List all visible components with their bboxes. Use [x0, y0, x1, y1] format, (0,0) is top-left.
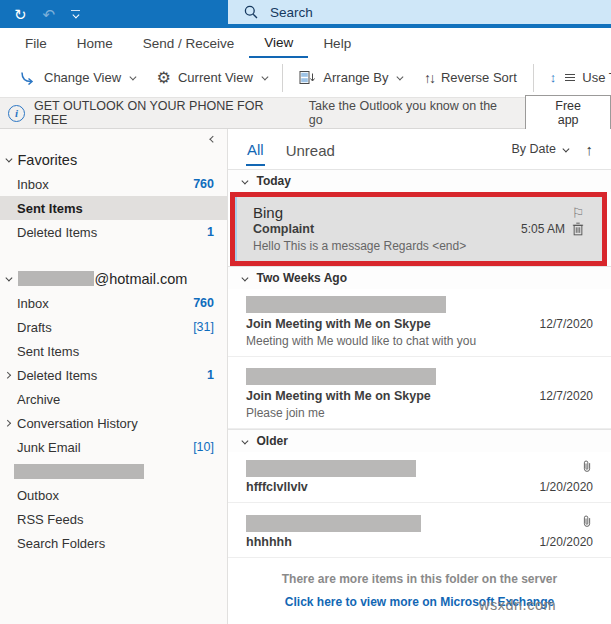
- chevron-down-icon: [397, 74, 403, 80]
- sidebar-item-favorites-sent[interactable]: Sent Items: [0, 196, 227, 220]
- ribbon-separator: [533, 64, 534, 92]
- sidebar-item-sent[interactable]: Sent Items: [0, 339, 227, 363]
- email-subject: Join Meeting with Me on Skype: [246, 317, 431, 331]
- email-subject: Join Meeting with Me on Skype: [246, 389, 431, 403]
- arrange-by-button[interactable]: Arrange By: [288, 63, 413, 93]
- account-header[interactable]: @hotmail.com: [0, 266, 227, 291]
- menu-view[interactable]: View: [249, 28, 308, 58]
- email-date: 12/7/2020: [540, 317, 593, 331]
- group-header-today[interactable]: Today: [228, 169, 611, 192]
- sidebar-item-search-folders[interactable]: Search Folders: [0, 531, 227, 555]
- current-view-button[interactable]: ⚙ Current View: [146, 63, 278, 93]
- folder-label: Inbox: [17, 296, 49, 311]
- email-row-older-1[interactable]: hfffclvllvlv 1/20/2020: [228, 452, 611, 503]
- arrange-by-label: Arrange By: [323, 70, 388, 85]
- redacted-sender: [246, 296, 446, 313]
- chevron-right-icon[interactable]: [4, 372, 10, 378]
- folder-label: Outbox: [17, 488, 59, 503]
- folder-label: Drafts: [17, 320, 52, 335]
- unread-count: 1: [207, 225, 214, 239]
- free-app-button[interactable]: Free app: [525, 95, 611, 132]
- sidebar-item-favorites-deleted[interactable]: Deleted Items 1: [0, 220, 227, 244]
- sidebar-item-archive[interactable]: Archive: [0, 387, 227, 411]
- title-bar: ↻ ↶ Search: [0, 0, 611, 28]
- folder-label: Archive: [17, 392, 60, 407]
- minimize-folder-pane-icon[interactable]: [210, 136, 216, 142]
- sidebar-item-inbox[interactable]: Inbox 760: [0, 291, 227, 315]
- current-view-label: Current View: [178, 70, 253, 85]
- chevron-down-icon: [242, 274, 248, 280]
- email-row-skype-2[interactable]: Join Meeting with Me on Skype 12/7/2020 …: [228, 357, 611, 429]
- ribbon-separator: [282, 64, 283, 92]
- ribbon: Change View ⚙ Current View Arrange By ↑↓…: [0, 58, 611, 98]
- item-count: [31]: [193, 320, 214, 334]
- folder-label: Junk Email: [17, 440, 81, 455]
- reverse-sort-icon: ↑↓: [424, 70, 434, 86]
- customize-toolbar-icon[interactable]: [71, 10, 80, 18]
- tab-all[interactable]: All: [246, 133, 265, 166]
- delete-icon[interactable]: [572, 222, 584, 236]
- unread-count: 1: [207, 368, 214, 382]
- change-view-button[interactable]: Change View: [8, 63, 146, 93]
- sidebar-item-redacted[interactable]: [0, 459, 227, 483]
- menu-help[interactable]: Help: [308, 28, 366, 58]
- attachment-icon: [581, 459, 593, 477]
- message-list: All Unread By Date ↑ Today Bing ⚐ Compla…: [228, 129, 611, 624]
- sidebar-item-favorites-inbox[interactable]: Inbox 760: [0, 172, 227, 196]
- menu-send-receive[interactable]: Send / Receive: [128, 28, 250, 58]
- email-row-older-2[interactable]: hhhhhh 1/20/2020: [228, 503, 611, 558]
- group-header-two-weeks-ago[interactable]: Two Weeks Ago: [228, 266, 611, 289]
- folder-label: Deleted Items: [17, 225, 97, 240]
- group-label: Two Weeks Ago: [257, 271, 347, 285]
- unread-count: 760: [193, 296, 214, 310]
- email-row-bing[interactable]: Bing ⚐ Complaint 5:05 AM Hello This is a…: [235, 197, 602, 261]
- sort-direction-icon[interactable]: ↑: [586, 141, 594, 158]
- email-date: 1/20/2020: [540, 480, 593, 494]
- send-receive-icon[interactable]: ↻: [14, 7, 27, 22]
- redacted-sender: [246, 368, 436, 385]
- reverse-sort-label: Reverse Sort: [441, 70, 517, 85]
- search-placeholder: Search: [270, 5, 313, 20]
- group-header-older[interactable]: Older: [228, 429, 611, 452]
- chevron-right-icon[interactable]: [4, 420, 10, 426]
- sidebar-item-junk-email[interactable]: Junk Email [10]: [0, 435, 227, 459]
- flag-icon[interactable]: ⚐: [571, 206, 584, 220]
- sidebar-item-rss-feeds[interactable]: RSS Feeds: [0, 507, 227, 531]
- sidebar-item-conversation-history[interactable]: Conversation History: [0, 411, 227, 435]
- folder-label: Deleted Items: [17, 368, 97, 383]
- email-preview: Meeting with Me would like to chat with …: [246, 334, 593, 348]
- use-tighter-button[interactable]: ↕ Use Tighter: [539, 63, 611, 93]
- menu-file[interactable]: File: [10, 28, 62, 58]
- email-preview: Hello This is a message Regards <end>: [253, 239, 584, 253]
- sidebar-item-deleted[interactable]: Deleted Items 1: [0, 363, 227, 387]
- redacted-folder-name: [14, 464, 144, 479]
- redacted-sender: [246, 460, 416, 477]
- search-input[interactable]: Search: [228, 0, 611, 24]
- email-subject: hhhhhh: [246, 535, 292, 549]
- favorites-header[interactable]: Favorites: [0, 147, 227, 172]
- email-date: 1/20/2020: [540, 535, 593, 549]
- unread-count: 760: [193, 177, 214, 191]
- email-row-skype-1[interactable]: Join Meeting with Me on Skype 12/7/2020 …: [228, 289, 611, 357]
- menu-home[interactable]: Home: [62, 28, 128, 58]
- email-subject: hfffclvllvlv: [246, 480, 308, 494]
- arrange-by-icon: [299, 70, 316, 85]
- use-tighter-label: Use Tighter: [582, 70, 611, 85]
- account-domain: @hotmail.com: [95, 271, 188, 287]
- sidebar-item-outbox[interactable]: Outbox: [0, 483, 227, 507]
- tab-unread[interactable]: Unread: [285, 134, 336, 165]
- change-view-icon: [19, 71, 37, 85]
- search-icon: [244, 5, 258, 19]
- sort-by-label: By Date: [512, 142, 556, 156]
- gear-icon: ⚙: [157, 68, 171, 87]
- reverse-sort-button[interactable]: ↑↓ Reverse Sort: [413, 63, 528, 93]
- sort-by-dropdown[interactable]: By Date: [512, 142, 568, 156]
- email-date: 12/7/2020: [540, 389, 593, 403]
- undo-icon[interactable]: ↶: [43, 7, 56, 22]
- email-sender: Bing: [253, 204, 283, 221]
- folder-label: Search Folders: [17, 536, 105, 551]
- folder-label: Sent Items: [17, 201, 83, 216]
- sidebar-item-drafts[interactable]: Drafts [31]: [0, 315, 227, 339]
- email-subject: Complaint: [253, 222, 314, 236]
- list-filter-tabs: All Unread By Date ↑: [228, 129, 611, 169]
